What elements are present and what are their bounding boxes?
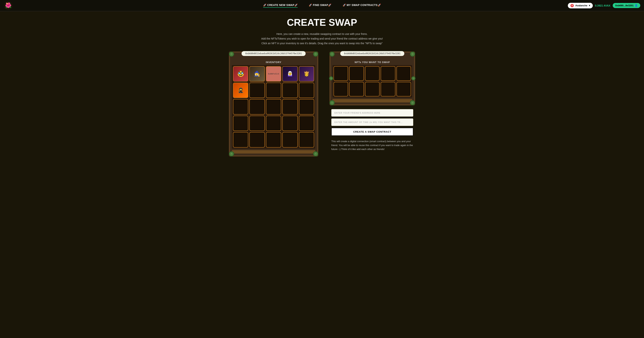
swap-slot-4[interactable] [381, 66, 395, 81]
nft-cell-23[interactable] [266, 132, 281, 147]
avalanche-label: Avalanche [575, 4, 588, 7]
swap-slot-6[interactable] [334, 82, 348, 96]
desc-line-3: Click an NFT in your inventory to see it… [4, 41, 640, 46]
right-panel-wrapper: 0xb680d032ebaeba99261b52dc26b53794578e32… [330, 52, 415, 151]
swap-header: 0xb680d032ebaeba99261b52dc26b53794578e32… [332, 55, 412, 64]
nft-cell-20[interactable] [299, 116, 314, 131]
create-swap-contract-button[interactable]: CREATE A SWAP CONTRACT [331, 128, 413, 136]
nft-cell-17[interactable] [249, 116, 265, 131]
nft-cell-2[interactable]: 🧙‍♀️ [249, 66, 265, 82]
nft-cell-25[interactable] [299, 132, 314, 147]
swap-corner-br-icon [410, 100, 415, 105]
avalanche-network-button[interactable]: A Avalanche ▾ [568, 3, 593, 9]
nft-cell-13[interactable] [266, 99, 281, 114]
swap-side-corner-right-icon [412, 76, 416, 80]
nav-create-swap[interactable]: 🚀 CREATE NEW SWAP🚀 [263, 4, 298, 8]
corner-tl-icon [229, 52, 234, 57]
time-input[interactable] [331, 118, 413, 126]
nft-cell-4[interactable]: 🧝‍♀️ [282, 66, 298, 82]
inventory-grid: 🥸 🧙‍♀️ 0x880fe52c6 🧝‍♀️ 👸 🥷 [232, 65, 315, 149]
wallet-address-label: 0xb680...8e3201 [615, 4, 634, 7]
nft-cell-7[interactable] [249, 83, 265, 98]
swap-slot-1[interactable] [334, 66, 348, 81]
avalanche-logo-icon: A [570, 4, 574, 7]
corner-tr-icon [313, 52, 318, 57]
nft-cell-12[interactable] [249, 99, 265, 114]
swap-label: NFTs YOU WANT TO SWAP [332, 61, 412, 64]
swap-corner-tl-icon [330, 52, 335, 57]
swap-panel: 0xb680d032ebaeba99261b52dc26b53794578e32… [330, 52, 415, 106]
nft-cell-1[interactable]: 🥸 [233, 66, 248, 82]
main-content: CREATE SWAP Here, you can create a new, … [0, 11, 644, 162]
chevron-down-icon: ▾ [589, 4, 590, 7]
nft-cell-16[interactable] [233, 116, 248, 131]
swap-side-corner-left-icon [329, 76, 333, 80]
inventory-header: 0xb680d032ebaeba99261b52dc26b53794578e32… [232, 55, 315, 64]
nav-my-contracts[interactable]: 🚀 MY SWAP CONTRACTS🚀 [343, 4, 381, 8]
nft-cell-14[interactable] [282, 99, 298, 114]
swap-area: 0xb680d032ebaeba99261b52dc26b53794578e32… [4, 52, 640, 156]
nav-right: A Avalanche ▾ 0.3921 AVAX 0xb680...8e320… [568, 3, 640, 9]
friend-address-input[interactable] [331, 109, 413, 117]
nft-cell-11[interactable] [233, 99, 248, 114]
nft-cell-3[interactable]: 0x880fe52c6 [266, 66, 281, 82]
create-description: This will create a digital connection (s… [331, 139, 413, 151]
desc-line-2: Add the NFTs/Tokens you wish to open for… [4, 36, 640, 41]
nft-cell-22[interactable] [249, 132, 265, 147]
nft-cell-10[interactable] [299, 83, 314, 98]
inventory-panel: 0xb680d032ebaeba99261b52dc26b53794578e32… [229, 52, 318, 156]
nft-cell-9[interactable] [282, 83, 298, 98]
wallet-icon: 👤 [635, 4, 638, 7]
corner-br-icon [313, 151, 318, 156]
nft-cell-15[interactable] [299, 99, 314, 114]
nft-cell-21[interactable] [233, 132, 248, 147]
nav-links: 🚀 CREATE NEW SWAP🚀 🚀 FIND SWAP🚀 🚀 MY SWA… [263, 4, 381, 8]
desc-line-1: Here, you can create a new, reusable swa… [4, 32, 640, 36]
inventory-label: INVENTORY [232, 61, 315, 64]
swap-slot-2[interactable] [349, 66, 364, 81]
nft-cell-18[interactable] [266, 116, 281, 131]
nft-cell-6[interactable]: 🥷 [233, 83, 248, 98]
swap-slot-7[interactable] [349, 82, 364, 96]
page-title: CREATE SWAP [4, 17, 640, 28]
inventory-address: 0xb680d032ebaeba99261b52dc26b53794578e32… [242, 51, 306, 56]
nft-cell-24[interactable] [282, 132, 298, 147]
nft-cell-19[interactable] [282, 116, 298, 131]
nft-cell-8[interactable] [266, 83, 281, 98]
swap-slot-9[interactable] [381, 82, 395, 96]
swap-slot-3[interactable] [365, 66, 380, 81]
navbar: 🌺 🚀 CREATE NEW SWAP🚀 🚀 FIND SWAP🚀 🚀 MY S… [0, 0, 644, 11]
swap-corner-tr-icon [410, 52, 415, 57]
swap-corner-bl-icon [330, 100, 335, 105]
swap-slot-10[interactable] [396, 82, 411, 96]
swap-grid [332, 65, 412, 98]
swap-address: 0xb680d032ebaeba99261b52dc26b53794578e32… [340, 51, 404, 56]
inventory-bottom-bar [232, 150, 315, 153]
corner-bl-icon [229, 151, 234, 156]
nav-logo: 🌺 [4, 1, 13, 10]
swap-slot-8[interactable] [365, 82, 380, 96]
page-description: Here, you can create a new, reusable swa… [4, 32, 640, 46]
swap-bottom-bar [332, 99, 412, 102]
nft-cell-5[interactable]: 👸 [299, 66, 314, 82]
nav-find-swap[interactable]: 🚀 FIND SWAP🚀 [309, 4, 332, 8]
wallet-address-button[interactable]: 0xb680...8e3201 👤 [613, 3, 640, 8]
avax-balance: 0.3921 AVAX [595, 4, 610, 7]
svg-text:🌺: 🌺 [5, 2, 12, 9]
swap-slot-5[interactable] [396, 66, 411, 81]
